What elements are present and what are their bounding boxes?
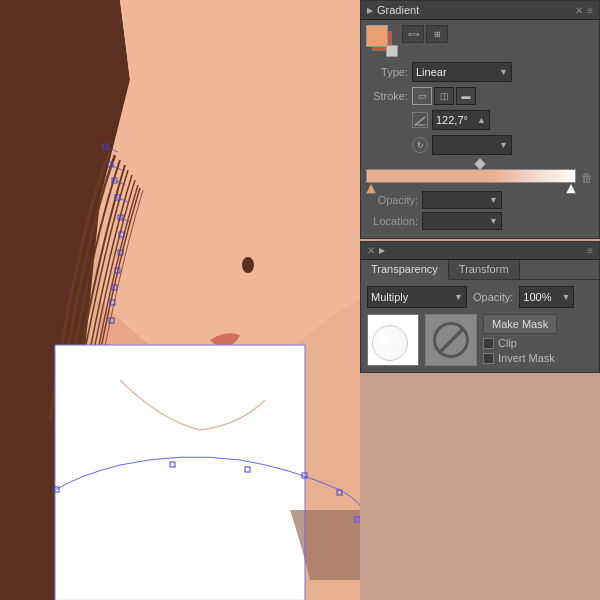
gradient-midpoint-handle <box>366 160 594 168</box>
opacity-label: Opacity: <box>366 194 418 206</box>
angle-row: 122,7° ▲ <box>366 110 594 130</box>
opacity-value: 100% <box>523 291 551 303</box>
gradient-panel-collapse-icon[interactable]: ▶ <box>367 6 373 15</box>
transparency-panel-close-icon[interactable]: ✕ <box>367 245 375 256</box>
blend-select-arrow: ▼ <box>454 292 463 302</box>
gradient-panel-content: ⟺ ⊞ Type: Linear ▼ Stroke: ▭ ◫ <box>361 20 599 238</box>
mask-thumb-1[interactable] <box>367 314 419 366</box>
invert-checkbox[interactable] <box>483 353 494 364</box>
gradient-options-icon1[interactable]: ⟺ <box>402 25 424 43</box>
stroke-row: Stroke: ▭ ◫ ▬ <box>366 87 594 105</box>
gradient-panel: ▶ Gradient ✕ ≡ ⟺ ⊞ <box>360 0 600 239</box>
location-select[interactable]: ▼ <box>422 212 502 230</box>
gradient-panel-title: Gradient <box>377 4 419 16</box>
svg-point-1 <box>242 257 254 273</box>
svg-line-25 <box>415 117 425 125</box>
transparency-panel-collapse-icon[interactable]: ▶ <box>379 246 385 255</box>
stroke-btn-3[interactable]: ▬ <box>456 87 476 105</box>
mask-thumb-2[interactable] <box>425 314 477 366</box>
tab-transparency[interactable]: Transparency <box>361 260 449 280</box>
gradient-panel-close-icon[interactable]: ✕ <box>575 5 583 16</box>
location-label: Location: <box>366 215 418 227</box>
angle-icon <box>412 112 428 128</box>
angle-arrow: ▲ <box>477 115 486 125</box>
gradient-bar-wrap <box>366 169 576 187</box>
transparency-panel-menu-icon[interactable]: ≡ <box>587 245 593 256</box>
gradient-bar[interactable] <box>366 169 576 183</box>
midpoint-diamond[interactable] <box>474 158 485 169</box>
stroke-label: Stroke: <box>366 90 408 102</box>
reverse-select[interactable]: ▼ <box>432 135 512 155</box>
swap-icon[interactable] <box>386 45 398 57</box>
gradient-options-icon2[interactable]: ⊞ <box>426 25 448 43</box>
type-select-arrow: ▼ <box>499 67 508 77</box>
color-swatches <box>366 25 398 57</box>
panels-container: ▶ Gradient ✕ ≡ ⟺ ⊞ <box>360 0 600 373</box>
reverse-icon[interactable]: ↻ <box>412 137 428 153</box>
type-value: Linear <box>416 66 447 78</box>
angle-input[interactable]: 122,7° ▲ <box>432 110 490 130</box>
blend-mode-select[interactable]: Multiply ▼ <box>367 286 467 308</box>
clip-label: Clip <box>498 337 517 349</box>
transparency-panel: ✕ ▶ ≡ Transparency Transform Multiply ▼ … <box>360 241 600 373</box>
location-row: Location: ▼ <box>366 212 594 230</box>
trash-icon[interactable]: 🗑 <box>580 171 594 185</box>
trans-mask-row: Make Mask Clip Invert Mask <box>367 314 593 366</box>
type-select[interactable]: Linear ▼ <box>412 62 512 82</box>
invert-checkbox-row: Invert Mask <box>483 352 557 364</box>
gradient-stop-right[interactable] <box>566 184 576 194</box>
trans-controls-row: Multiply ▼ Opacity: 100% ▼ <box>367 286 593 308</box>
make-mask-button[interactable]: Make Mask <box>483 314 557 334</box>
opacity-label: Opacity: <box>473 291 513 303</box>
opacity-value-select[interactable]: 100% ▼ <box>519 286 574 308</box>
gradient-bar-row: 🗑 <box>366 169 594 187</box>
svg-rect-2 <box>55 345 305 600</box>
type-row: Type: Linear ▼ <box>366 62 594 82</box>
gradient-panel-titlebar: ▶ Gradient ✕ ≡ <box>361 1 599 20</box>
opacity-value-arrow: ▼ <box>561 292 570 302</box>
stroke-btn-1[interactable]: ▭ <box>412 87 432 105</box>
no-mask-icon <box>433 322 469 358</box>
reverse-row: ↻ ▼ <box>366 135 594 155</box>
mask-options: Make Mask Clip Invert Mask <box>483 314 557 364</box>
stroke-btn-2[interactable]: ◫ <box>434 87 454 105</box>
gradient-panel-menu-icon[interactable]: ≡ <box>587 5 593 16</box>
illustration <box>0 0 360 600</box>
stroke-buttons: ▭ ◫ ▬ <box>412 87 476 105</box>
mask-circle <box>372 325 408 361</box>
clip-checkbox-row: Clip <box>483 337 557 349</box>
type-label: Type: <box>366 66 408 78</box>
fg-swatch[interactable] <box>366 25 388 47</box>
blend-mode-value: Multiply <box>371 291 408 303</box>
transparency-panel-content: Multiply ▼ Opacity: 100% ▼ <box>361 280 599 372</box>
transparency-panel-titlebar: ✕ ▶ ≡ <box>361 242 599 260</box>
angle-value: 122,7° <box>436 114 468 126</box>
clip-checkbox[interactable] <box>483 338 494 349</box>
tab-transform[interactable]: Transform <box>449 260 520 279</box>
gradient-stop-left[interactable] <box>366 184 376 194</box>
transparency-tabs: Transparency Transform <box>361 260 599 280</box>
invert-label: Invert Mask <box>498 352 555 364</box>
